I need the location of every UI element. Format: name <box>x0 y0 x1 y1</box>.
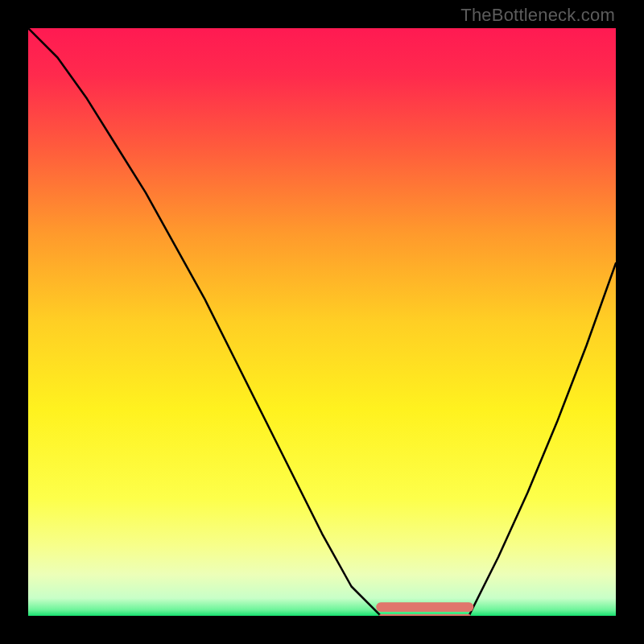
chart-frame: TheBottleneck.com <box>0 0 644 644</box>
left-descending-curve <box>28 28 381 616</box>
curve-layer <box>28 28 616 616</box>
attribution-label: TheBottleneck.com <box>460 5 615 26</box>
right-ascending-curve <box>469 263 617 616</box>
plot-area <box>28 28 616 616</box>
